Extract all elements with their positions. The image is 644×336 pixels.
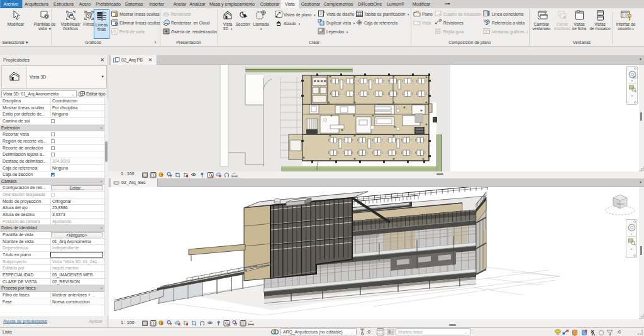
svg-text:INICIO: INICIO (617, 202, 625, 205)
svg-text:2D: 2D (633, 76, 636, 79)
